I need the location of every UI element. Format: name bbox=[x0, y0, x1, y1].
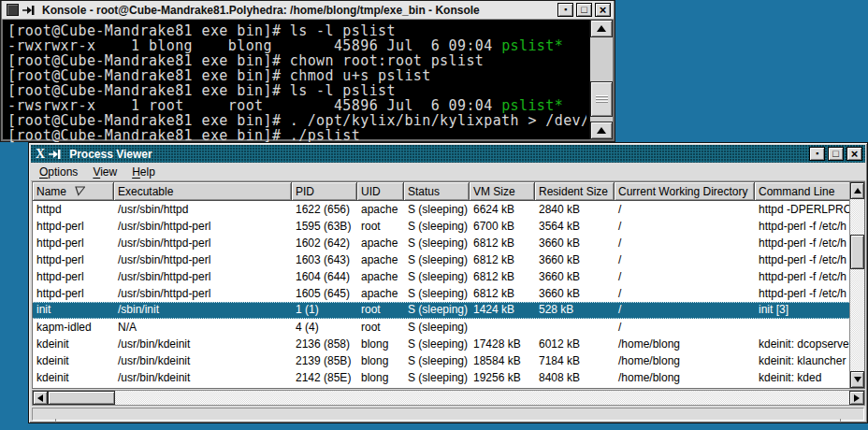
cell-resident-size: 3660 kB bbox=[535, 235, 615, 251]
table-vertical-scrollbar[interactable] bbox=[849, 182, 864, 388]
cell-pid: 1 (1) bbox=[292, 302, 357, 319]
terminal-area[interactable]: [root@Cube-Mandrake81 exe_bin]# ls -l ps… bbox=[3, 20, 613, 139]
column-header-status[interactable]: Status bbox=[404, 182, 470, 201]
table-body: httpd/usr/sbin/httpd1622 (656)apacheS (s… bbox=[33, 201, 849, 388]
cell-vm-size: 19256 kB bbox=[470, 369, 535, 386]
scroll-down-button[interactable] bbox=[850, 371, 864, 388]
konsole-maximize-button[interactable]: □ bbox=[576, 3, 592, 17]
cell-uid: blong bbox=[357, 369, 404, 386]
terminal-line: [root@Cube-Mandrake81 exe_bin]# ls -l ps… bbox=[7, 23, 586, 38]
resize-grip[interactable] bbox=[55, 419, 56, 423]
process-row-httpd-perl[interactable]: httpd-perl/usr/sbin/httpd-perl1604 (644)… bbox=[33, 268, 849, 285]
cell-command-line: httpd-perl -f /etc/h bbox=[755, 251, 849, 268]
column-header-command-line[interactable]: Command Line bbox=[755, 182, 851, 201]
menu-bar: OptionsViewHelp bbox=[31, 163, 865, 181]
cell-name: kdeinit bbox=[33, 369, 114, 386]
scrollbar-thumb[interactable] bbox=[590, 81, 613, 117]
column-header-resident-size[interactable]: Resident Size bbox=[535, 182, 615, 201]
pv-minimize-button[interactable]: ▪ bbox=[809, 147, 825, 161]
column-header-current-working-directory[interactable]: Current Working Directory bbox=[615, 182, 755, 201]
terminal-line: -rwsrwxr-x 1 root root 45896 Jul 6 09:04… bbox=[7, 98, 586, 113]
menu-item-help[interactable]: Help bbox=[125, 165, 162, 179]
cell-command-line: init [3] bbox=[755, 302, 849, 319]
konsole-minimize-button[interactable]: ▪ bbox=[557, 3, 573, 17]
scroll-up-button[interactable] bbox=[590, 20, 613, 37]
cell-current-working-directory: /home/blong bbox=[615, 352, 755, 369]
cell-uid: root bbox=[357, 302, 404, 319]
desktop: Konsole - root@Cube-Mandrake81.Polyhedra… bbox=[0, 0, 868, 430]
cell-name: httpd-perl bbox=[33, 235, 114, 251]
column-label: PID bbox=[296, 185, 314, 198]
highlighted-filename: pslist* bbox=[501, 98, 563, 113]
column-header-pid[interactable]: PID bbox=[292, 182, 357, 201]
cell-pid: 1604 (644) bbox=[292, 268, 357, 285]
cell-status: S (sleeping) bbox=[404, 302, 470, 319]
cell-vm-size: 6812 kB bbox=[470, 268, 535, 285]
scroll-left-button[interactable] bbox=[33, 391, 48, 405]
cell-vm-size: 6812 kB bbox=[470, 285, 535, 302]
process-row-httpd-perl[interactable]: httpd-perl/usr/sbin/httpd-perl1605 (645)… bbox=[33, 285, 849, 302]
cell-vm-size: 1424 kB bbox=[470, 302, 535, 319]
konsole-close-button[interactable]: × bbox=[595, 3, 611, 17]
cell-status: S (sleeping) bbox=[404, 218, 470, 235]
column-label: UID bbox=[361, 185, 381, 198]
process-row-kapm-idled[interactable]: kapm-idledN/A4 (4)rootS (sleeping)/ bbox=[33, 319, 849, 336]
cell-executable: /sbin/init bbox=[114, 302, 292, 319]
column-header-uid[interactable]: UID bbox=[357, 182, 404, 201]
cell-vm-size: 6812 kB bbox=[470, 251, 535, 268]
column-label: Status bbox=[408, 185, 440, 198]
column-header-name[interactable]: Name bbox=[33, 182, 114, 201]
process-row-init[interactable]: init/sbin/init1 (1)rootS (sleeping)1424 … bbox=[33, 302, 849, 319]
menu-item-view[interactable]: View bbox=[86, 165, 123, 179]
terminal-line: [root@Cube-Mandrake81 exe_bin]# chown ro… bbox=[7, 53, 586, 68]
cell-resident-size: 2840 kB bbox=[535, 201, 615, 218]
process-row-kdeinit[interactable]: kdeinit/usr/bin/kdeinit2136 (858)blongS … bbox=[33, 336, 849, 352]
cell-name: httpd-perl bbox=[33, 251, 114, 268]
pin-icon[interactable] bbox=[49, 146, 63, 163]
cell-executable: /usr/bin/kdeinit bbox=[114, 352, 292, 369]
cell-executable: /usr/bin/kdeinit bbox=[114, 369, 292, 386]
process-table: NameExecutablePIDUIDStatusVM SizeResiden… bbox=[32, 181, 865, 389]
process-row-kdeinit[interactable]: kdeinit/usr/bin/kdeinit2139 (85B)blongS … bbox=[33, 352, 849, 369]
scroll-bottom-button[interactable] bbox=[590, 122, 613, 139]
cell-command-line: httpd-perl -f /etc/h bbox=[755, 235, 849, 251]
menu-item-options[interactable]: Options bbox=[33, 165, 84, 179]
process-viewer-titlebar[interactable]: X Process Viewer ▪ □ × bbox=[31, 145, 865, 163]
scroll-right-button[interactable] bbox=[849, 391, 864, 405]
terminal-output: [root@Cube-Mandrake81 exe_bin]# ls -l ps… bbox=[7, 23, 586, 143]
sort-indicator-icon bbox=[74, 186, 85, 196]
terminal-scrollbar[interactable] bbox=[589, 20, 613, 139]
cell-vm-size: 6624 kB bbox=[470, 201, 535, 218]
arrow-down-icon bbox=[854, 377, 861, 382]
cell-vm-size: 6700 kB bbox=[470, 218, 535, 235]
process-row-httpd-perl[interactable]: httpd-perl/usr/sbin/httpd-perl1602 (642)… bbox=[33, 235, 849, 251]
process-row-httpd[interactable]: httpd/usr/sbin/httpd1622 (656)apacheS (s… bbox=[33, 201, 849, 218]
table-horizontal-scrollbar[interactable] bbox=[32, 390, 865, 406]
cell-current-working-directory: /home/blong bbox=[615, 369, 755, 386]
cell-current-working-directory: / bbox=[615, 201, 755, 218]
resize-grip[interactable] bbox=[840, 419, 841, 423]
cell-resident-size: 3564 kB bbox=[535, 218, 615, 235]
pv-maximize-button[interactable]: □ bbox=[828, 147, 844, 161]
cell-pid: 1602 (642) bbox=[292, 235, 357, 251]
pv-close-button[interactable]: × bbox=[846, 147, 862, 161]
konsole-titlebar[interactable]: Konsole - root@Cube-Mandrake81.Polyhedra… bbox=[2, 1, 614, 20]
pin-icon[interactable] bbox=[22, 2, 36, 19]
close-icon: × bbox=[600, 4, 607, 16]
cell-uid: root bbox=[357, 218, 404, 235]
cell-current-working-directory: / bbox=[615, 251, 755, 268]
process-row-kdeinit[interactable]: kdeinit/usr/bin/kdeinit2142 (85E)blongS … bbox=[33, 369, 849, 386]
maximize-icon: □ bbox=[581, 5, 587, 15]
cell-executable: /usr/sbin/httpd-perl bbox=[114, 235, 292, 251]
cell-name: httpd-perl bbox=[33, 218, 114, 235]
scrollbar-thumb[interactable] bbox=[48, 391, 115, 405]
process-row-httpd-perl[interactable]: httpd-perl/usr/sbin/httpd-perl1595 (63B)… bbox=[33, 218, 849, 235]
cell-resident-size: 3660 kB bbox=[535, 251, 615, 268]
arrow-up-icon bbox=[597, 127, 606, 134]
scrollbar-thumb[interactable] bbox=[850, 235, 864, 269]
column-header-executable[interactable]: Executable bbox=[114, 182, 292, 201]
process-row-httpd-perl[interactable]: httpd-perl/usr/sbin/httpd-perl1603 (643)… bbox=[33, 251, 849, 268]
column-header-vm-size[interactable]: VM Size bbox=[470, 182, 535, 201]
cell-uid: apache bbox=[357, 268, 404, 285]
scroll-up-button[interactable] bbox=[850, 182, 864, 199]
